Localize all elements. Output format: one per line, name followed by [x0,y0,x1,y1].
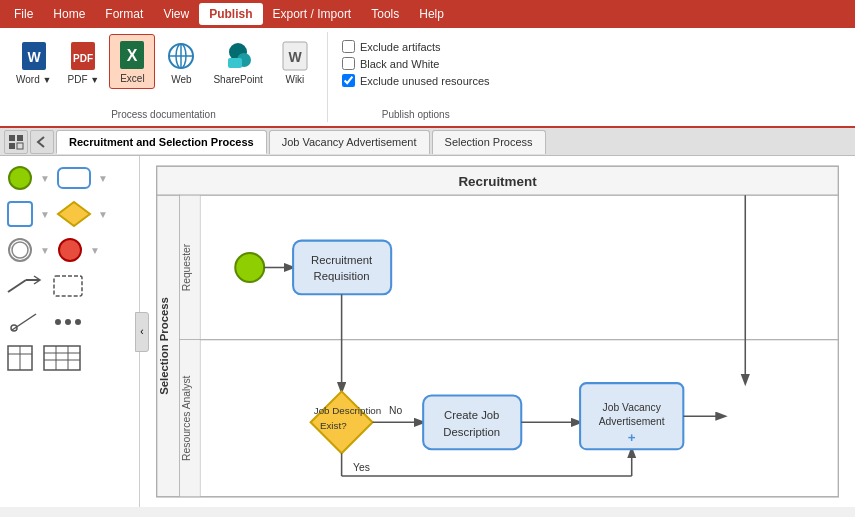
svg-line-29 [12,314,36,330]
shape-gateway[interactable] [54,198,94,230]
toolbar-collapse-btn[interactable]: ‹ [135,312,149,352]
svg-text:+: + [628,430,636,445]
svg-point-25 [59,239,81,261]
sharepoint-label: SharePoint [213,74,262,85]
tabs-bar: Recruitment and Selection Process Job Va… [0,128,855,156]
excel-icon: X [116,39,148,71]
svg-text:Create Job: Create Job [444,409,499,421]
canvas-container: ▼ ▼ ▼ ▼ ▼ ▼ [0,156,855,507]
task-recruitment-requisition [293,241,391,295]
svg-point-31 [55,319,61,325]
publish-checkboxes: Exclude artifacts Black and White Exclud… [338,34,494,93]
menu-file[interactable]: File [4,3,43,25]
svg-text:PDF: PDF [73,53,93,64]
black-white-checkbox[interactable] [342,57,355,70]
gateway-label-line1: Job Description [314,405,382,416]
toolbar-row-3: ▼ ▼ [4,234,135,266]
exclude-artifacts-checkbox[interactable] [342,40,355,53]
wiki-icon: W [279,40,311,72]
menu-format[interactable]: Format [95,3,153,25]
exclude-artifacts-row[interactable]: Exclude artifacts [342,40,490,53]
svg-marker-22 [58,202,90,226]
menu-export[interactable]: Export / Import [263,3,362,25]
svg-rect-15 [9,135,15,141]
pool-header: Recruitment [458,174,537,189]
svg-text:Requisition: Requisition [314,270,370,282]
word-label: Word ▼ [16,74,51,85]
svg-text:X: X [127,47,138,64]
process-doc-label: Process documentation [111,105,216,120]
ribbon-btn-pdf[interactable]: PDF PDF ▼ [61,36,105,89]
svg-text:W: W [288,49,302,65]
shape-task[interactable] [54,162,94,194]
ribbon-group-process-doc: W Word ▼ PDF PDF ▼ X [0,32,328,122]
shape-association[interactable] [4,306,44,338]
svg-rect-16 [17,135,23,141]
yes-label: Yes [353,462,370,473]
svg-text:W: W [27,49,41,65]
ribbon: W Word ▼ PDF PDF ▼ X [0,28,855,128]
exclude-unused-label: Exclude unused resources [360,75,490,87]
sharepoint-icon [222,40,254,72]
black-white-label: Black and White [360,58,439,70]
diagram-area[interactable]: Recruitment Selection Process Requester … [140,156,855,507]
pdf-label: PDF ▼ [68,74,100,85]
svg-text:Recruitment: Recruitment [311,254,373,266]
ribbon-btn-web[interactable]: Web [159,36,203,89]
exclude-artifacts-label: Exclude artifacts [360,41,441,53]
shape-table-large[interactable] [40,342,84,374]
ribbon-process-buttons: W Word ▼ PDF PDF ▼ X [10,34,317,89]
web-label: Web [171,74,191,85]
shape-intermediate-event[interactable] [4,234,36,266]
tab-job-vacancy[interactable]: Job Vacancy Advertisement [269,130,430,154]
svg-point-19 [9,167,31,189]
lane2-label: Resources Analyst [181,375,192,461]
menu-tools[interactable]: Tools [361,3,409,25]
toolbar-row-2: ▼ ▼ [4,198,135,230]
svg-rect-28 [54,276,82,296]
wiki-label: Wiki [285,74,304,85]
svg-rect-20 [58,168,90,188]
exclude-unused-row[interactable]: Exclude unused resources [342,74,490,87]
shape-subprocess[interactable] [4,198,36,230]
ribbon-btn-wiki[interactable]: W Wiki [273,36,317,89]
back-icon[interactable] [30,130,54,154]
no-label: No [389,405,402,416]
shape-pool[interactable] [48,306,88,338]
ribbon-btn-word[interactable]: W Word ▼ [10,36,57,89]
shape-table-small[interactable] [4,342,36,374]
ribbon-btn-excel[interactable]: X Excel [109,34,155,89]
svg-rect-37 [44,346,80,370]
svg-text:Advertisement: Advertisement [599,416,665,427]
task-create-job-description [423,396,521,450]
ribbon-btn-sharepoint[interactable]: SharePoint [207,36,268,89]
tab-recruitment[interactable]: Recruitment and Selection Process [56,130,267,154]
black-white-row[interactable]: Black and White [342,57,490,70]
menu-home[interactable]: Home [43,3,95,25]
ribbon-group-publish-options: Exclude artifacts Black and White Exclud… [328,32,504,122]
pdf-icon: PDF [67,40,99,72]
shape-annotation[interactable] [48,270,88,302]
pool-vertical-label: Selection Process [158,297,170,395]
web-icon [165,40,197,72]
diagram-view-icon[interactable] [4,130,28,154]
start-event [235,253,264,282]
svg-point-24 [12,242,28,258]
diagram-svg: Recruitment Selection Process Requester … [140,156,855,507]
tab-selection-process[interactable]: Selection Process [432,130,546,154]
svg-rect-17 [9,143,15,149]
lane1-label: Requester [181,243,192,291]
exclude-unused-checkbox[interactable] [342,74,355,87]
gateway-label-line2: Exist? [320,420,347,431]
shape-sequence-flow[interactable] [4,270,44,302]
word-icon: W [18,40,50,72]
svg-rect-18 [17,143,23,149]
shape-start-event[interactable] [4,162,36,194]
menu-publish[interactable]: Publish [199,3,262,25]
svg-rect-12 [228,58,242,68]
menu-help[interactable]: Help [409,3,454,25]
menu-view[interactable]: View [153,3,199,25]
left-toolbar: ▼ ▼ ▼ ▼ ▼ ▼ [0,156,140,507]
toolbar-row-5 [4,306,135,338]
shape-end-event[interactable] [54,234,86,266]
